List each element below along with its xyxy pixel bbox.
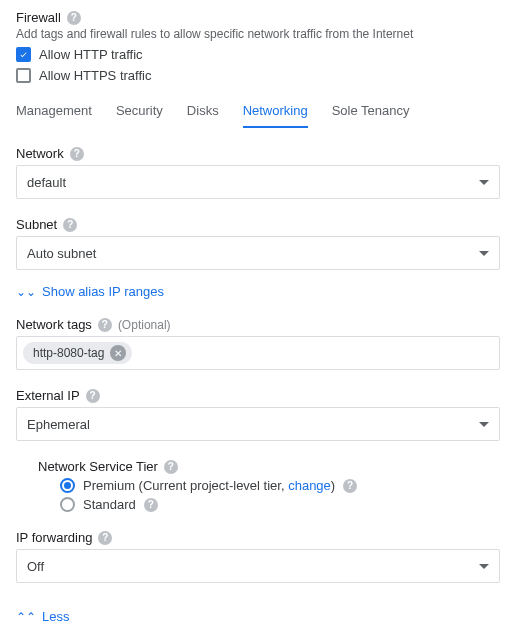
help-icon[interactable]: ? bbox=[67, 11, 81, 25]
less-toggle-label: Less bbox=[42, 609, 69, 624]
external-ip-field: External IP ? Ephemeral bbox=[16, 388, 500, 441]
firewall-heading: Firewall ? bbox=[16, 10, 500, 25]
nst-label: Network Service Tier bbox=[38, 459, 158, 474]
nst-standard-label: Standard bbox=[83, 497, 136, 512]
network-field: Network ? default bbox=[16, 146, 500, 199]
chevron-down-icon bbox=[479, 180, 489, 185]
help-icon[interactable]: ? bbox=[86, 389, 100, 403]
help-icon[interactable]: ? bbox=[98, 318, 112, 332]
subnet-field: Subnet ? Auto subnet bbox=[16, 217, 500, 270]
ip-forwarding-dropdown[interactable]: Off bbox=[16, 549, 500, 583]
radio-icon bbox=[60, 478, 75, 493]
external-ip-dropdown[interactable]: Ephemeral bbox=[16, 407, 500, 441]
chevron-down-icon bbox=[479, 251, 489, 256]
firewall-heading-text: Firewall bbox=[16, 10, 61, 25]
tag-chip: http-8080-tag ✕ bbox=[23, 342, 132, 364]
external-ip-value: Ephemeral bbox=[27, 417, 90, 432]
less-toggle[interactable]: ⌃⌃ Less bbox=[16, 609, 500, 624]
external-ip-label: External IP bbox=[16, 388, 80, 403]
help-icon[interactable]: ? bbox=[98, 531, 112, 545]
network-value: default bbox=[27, 175, 66, 190]
tab-security[interactable]: Security bbox=[116, 103, 163, 128]
network-tags-input[interactable]: http-8080-tag ✕ bbox=[16, 336, 500, 370]
tab-networking[interactable]: Networking bbox=[243, 103, 308, 128]
chevron-down-icon bbox=[479, 422, 489, 427]
checkmark-icon bbox=[19, 50, 28, 59]
help-icon[interactable]: ? bbox=[343, 479, 357, 493]
nst-premium-radio[interactable]: Premium (Current project-level tier, cha… bbox=[60, 478, 500, 493]
expand-down-icon: ⌄⌄ bbox=[16, 286, 36, 298]
tab-sole-tenancy[interactable]: Sole Tenancy bbox=[332, 103, 410, 128]
allow-https-checkbox[interactable]: Allow HTTPS traffic bbox=[16, 68, 500, 83]
allow-https-label: Allow HTTPS traffic bbox=[39, 68, 151, 83]
subnet-dropdown[interactable]: Auto subnet bbox=[16, 236, 500, 270]
optional-hint: (Optional) bbox=[118, 318, 171, 332]
ip-forwarding-value: Off bbox=[27, 559, 44, 574]
subnet-label: Subnet bbox=[16, 217, 57, 232]
tab-disks[interactable]: Disks bbox=[187, 103, 219, 128]
collapse-up-icon: ⌃⌃ bbox=[16, 611, 36, 623]
tag-chip-label: http-8080-tag bbox=[33, 346, 104, 360]
network-dropdown[interactable]: default bbox=[16, 165, 500, 199]
network-tags-field: Network tags ? (Optional) http-8080-tag … bbox=[16, 317, 500, 370]
help-icon[interactable]: ? bbox=[63, 218, 77, 232]
help-icon[interactable]: ? bbox=[164, 460, 178, 474]
show-alias-ip-toggle[interactable]: ⌄⌄ Show alias IP ranges bbox=[16, 284, 500, 299]
firewall-section: Firewall ? Add tags and firewall rules t… bbox=[16, 10, 500, 83]
tab-management[interactable]: Management bbox=[16, 103, 92, 128]
help-icon[interactable]: ? bbox=[144, 498, 158, 512]
checkbox-icon bbox=[16, 47, 31, 62]
chevron-down-icon bbox=[479, 564, 489, 569]
help-icon[interactable]: ? bbox=[70, 147, 84, 161]
ip-forwarding-label: IP forwarding bbox=[16, 530, 92, 545]
close-icon[interactable]: ✕ bbox=[110, 345, 126, 361]
network-service-tier-field: Network Service Tier ? Premium (Current … bbox=[16, 459, 500, 512]
alias-toggle-label: Show alias IP ranges bbox=[42, 284, 164, 299]
nst-premium-label: Premium (Current project-level tier, cha… bbox=[83, 478, 335, 493]
network-tags-label: Network tags bbox=[16, 317, 92, 332]
nst-standard-radio[interactable]: Standard ? bbox=[60, 497, 500, 512]
firewall-description: Add tags and firewall rules to allow spe… bbox=[16, 27, 500, 41]
allow-http-checkbox[interactable]: Allow HTTP traffic bbox=[16, 47, 500, 62]
subnet-value: Auto subnet bbox=[27, 246, 96, 261]
allow-http-label: Allow HTTP traffic bbox=[39, 47, 143, 62]
network-label: Network bbox=[16, 146, 64, 161]
change-link[interactable]: change bbox=[288, 478, 331, 493]
tabs-bar: Management Security Disks Networking Sol… bbox=[16, 103, 500, 128]
radio-icon bbox=[60, 497, 75, 512]
ip-forwarding-field: IP forwarding ? Off bbox=[16, 530, 500, 583]
checkbox-icon bbox=[16, 68, 31, 83]
